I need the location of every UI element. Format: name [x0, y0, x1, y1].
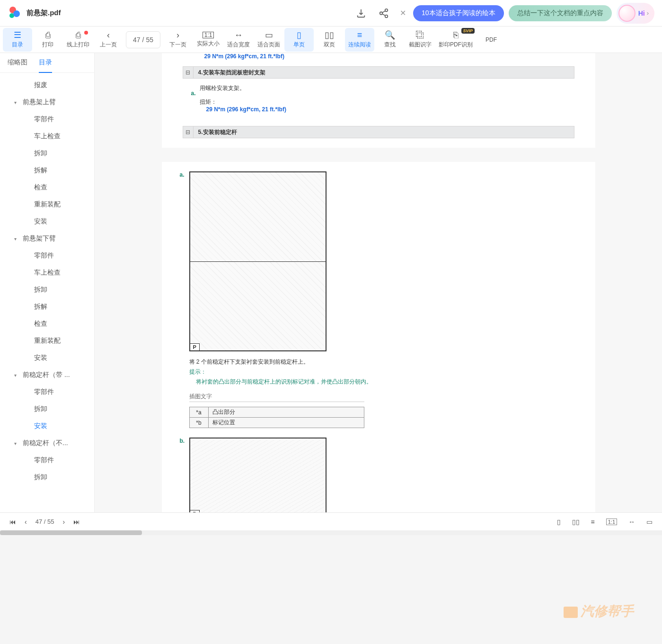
outline-item[interactable]: 检查	[0, 315, 94, 332]
tool-label: 适合宽度	[227, 41, 250, 49]
outline-item[interactable]: ▾前悬架下臂	[0, 230, 94, 247]
tool-next-page[interactable]: › 下一页	[163, 28, 193, 52]
tool-label: 线上打印	[67, 41, 89, 49]
outline-item[interactable]: 拆卸	[0, 281, 94, 298]
view-double-icon[interactable]: ▯▯	[572, 518, 580, 526]
outline-item[interactable]: 拆卸	[0, 469, 94, 486]
view-single-icon[interactable]: ▯	[557, 518, 561, 526]
outline-item[interactable]: 零部件	[0, 247, 94, 264]
outline-item[interactable]: 拆解	[0, 162, 94, 179]
ocr-icon: ⎘	[453, 31, 459, 39]
tool-pdf[interactable]: PDF	[477, 28, 506, 52]
chevron-right-icon: ›	[647, 9, 649, 17]
outline-item[interactable]: 零部件	[0, 111, 94, 128]
table-row: *a凸出部分	[189, 407, 364, 418]
tool-fit-width[interactable]: ↔ 适合宽度	[224, 28, 253, 52]
outline-item[interactable]: ▾前稳定杆（不...	[0, 435, 94, 452]
tool-label: 目录	[12, 41, 23, 49]
tab-thumbnails[interactable]: 缩略图	[8, 53, 27, 73]
avatar-icon	[618, 5, 636, 22]
collapse-icon[interactable]: ⊟	[183, 67, 194, 78]
top-actions	[355, 8, 389, 19]
last-page-icon[interactable]: ⏭	[73, 518, 80, 526]
tool-actual-size[interactable]: 1:1 实际大小	[194, 28, 223, 52]
outline-item[interactable]: 拆卸	[0, 145, 94, 162]
outline-label: 拆卸	[34, 286, 47, 294]
single-page-icon: ▯	[297, 31, 301, 39]
section-5-header[interactable]: ⊟ 5.安装前稳定杆	[183, 126, 574, 138]
view-fitpage-icon[interactable]: ▭	[646, 518, 653, 526]
p-badge: P	[190, 343, 200, 350]
outline-item[interactable]: ▾前悬架上臂	[0, 94, 94, 111]
ai-assistant-button[interactable]: Hi ›	[617, 3, 654, 24]
tool-label: 下一页	[169, 41, 186, 49]
suggestion-pill-2[interactable]: 总结一下这个文档的重点内容	[509, 5, 612, 21]
outline-item[interactable]: 安装	[0, 418, 94, 435]
outline-item[interactable]: 车上检查	[0, 264, 94, 281]
view-fitwidth-icon[interactable]: ↔	[628, 518, 635, 526]
tool-label: PDF	[485, 36, 497, 43]
outline-label: 车上检查	[34, 268, 61, 277]
tool-label: 打印	[42, 41, 53, 49]
prev-icon[interactable]: ‹	[25, 518, 27, 526]
print-icon: ⎙	[45, 31, 51, 39]
outline-item[interactable]: 安装	[0, 349, 94, 367]
tool-fit-page[interactable]: ▭ 适合页面	[254, 28, 283, 52]
tab-outline[interactable]: 目录	[39, 53, 52, 73]
share-icon[interactable]	[378, 8, 389, 19]
outline-label: 前悬架上臂	[23, 98, 56, 107]
outline-item[interactable]: 报废	[0, 77, 94, 94]
tool-label: 单页	[293, 41, 305, 49]
tool-prev-page[interactable]: ‹ 上一页	[94, 28, 123, 52]
first-page-icon[interactable]: ⏮	[9, 518, 16, 526]
outline-label: 拆卸	[34, 473, 47, 482]
outline-label: 前稳定杆（带 ...	[23, 371, 70, 379]
suggestion-pill-1[interactable]: 10本适合孩子阅读的绘本	[413, 5, 504, 21]
top-bar: 前悬架.pdf ✕ 10本适合孩子阅读的绘本 总结一下这个文档的重点内容 Hi …	[0, 0, 662, 27]
tool-label: 上一页	[100, 41, 117, 49]
tool-double-page[interactable]: ▯▯ 双页	[315, 28, 344, 52]
outline-label: 拆卸	[34, 405, 47, 413]
outline-label: 零部件	[34, 251, 54, 260]
outline-item[interactable]: 重新装配	[0, 332, 94, 349]
outline-item[interactable]: 拆卸	[0, 401, 94, 418]
tool-search[interactable]: 🔍 查找	[375, 28, 405, 52]
tool-pdf-ocr[interactable]: SVIP ⎘ 影印PDF识别	[436, 28, 476, 52]
outline-label: 拆解	[34, 303, 47, 311]
next-icon[interactable]: ›	[62, 518, 65, 526]
outline-label: 安装	[34, 354, 47, 362]
tool-single-page[interactable]: ▯ 单页	[284, 28, 314, 52]
outline-label: 车上检查	[34, 132, 61, 141]
figure-2: P	[189, 438, 327, 512]
tool-screenshot-ocr[interactable]: ⿻ 截图识字	[406, 28, 435, 52]
tool-online-print[interactable]: ⎙ 线上打印	[63, 28, 93, 52]
collapse-icon[interactable]: ⊟	[183, 126, 194, 138]
download-icon[interactable]	[355, 8, 367, 19]
view-continuous-icon[interactable]: ≡	[591, 518, 595, 526]
outline-label: 检查	[34, 320, 47, 328]
view-1to1-icon[interactable]: 1:1	[606, 519, 617, 525]
close-icon[interactable]: ✕	[397, 8, 408, 19]
horizontal-scrollbar[interactable]	[0, 530, 662, 535]
tool-label: 截图识字	[409, 41, 432, 49]
outline-item[interactable]: 拆解	[0, 298, 94, 315]
tool-outline[interactable]: ☰ 目录	[3, 28, 32, 52]
page-indicator[interactable]: 47 / 55	[126, 31, 160, 48]
section-4-header[interactable]: ⊟ 4.安装车架挡泥板密封支架	[183, 66, 574, 79]
outline-item[interactable]: 零部件	[0, 452, 94, 469]
tool-print[interactable]: ⎙ 打印	[33, 28, 62, 52]
current-page: 47	[133, 36, 141, 44]
caret-down-icon: ▾	[14, 441, 20, 446]
content-area[interactable]: 29 N*m (296 kgf*cm, 21 ft.*lbf) ⊟ 4.安装车架…	[95, 53, 662, 512]
bb-total: 55	[47, 518, 54, 525]
outline-item[interactable]: 检查	[0, 179, 94, 196]
table-row: *b标记位置	[189, 418, 364, 428]
tool-continuous[interactable]: ≡ 连续阅读	[345, 28, 374, 52]
outline-item[interactable]: 重新装配	[0, 196, 94, 213]
outline-label: 零部件	[34, 456, 54, 465]
outline-item[interactable]: 零部件	[0, 384, 94, 401]
outline-item[interactable]: 车上检查	[0, 128, 94, 145]
outline-item[interactable]: 安装	[0, 213, 94, 230]
hi-label: Hi	[638, 9, 645, 17]
outline-item[interactable]: ▾前稳定杆（带 ...	[0, 367, 94, 384]
